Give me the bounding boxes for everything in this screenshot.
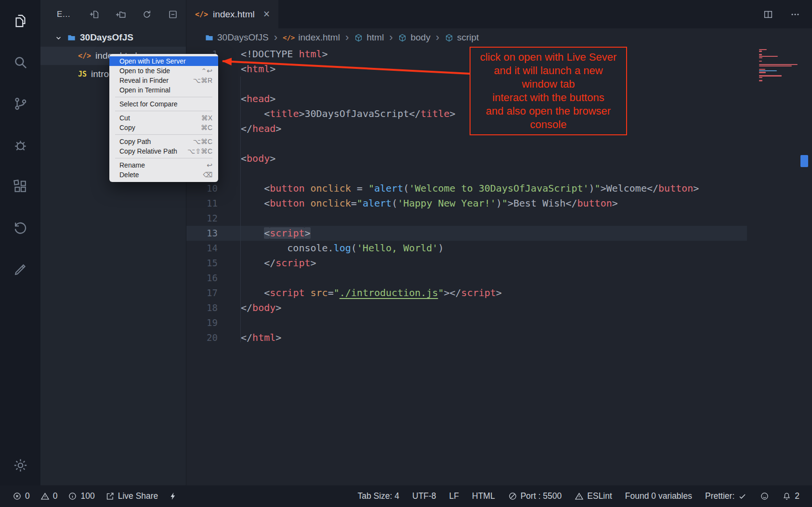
status-live-share[interactable]: Live Share <box>105 491 158 501</box>
menu-item-copy[interactable]: Copy⌘C <box>109 123 218 132</box>
status-port-5500[interactable]: Port : 5500 <box>508 491 562 501</box>
warning-icon <box>575 492 584 501</box>
more-actions-icon[interactable] <box>790 9 800 20</box>
breadcrumb: 30DaysOfJS›</>index.html›html›body›scrip… <box>186 28 812 47</box>
html-file-icon: </> <box>195 10 208 19</box>
code-line-18[interactable]: 18</body> <box>186 300 747 315</box>
status-2[interactable]: 2 <box>782 491 799 501</box>
status-0[interactable]: 0 <box>40 491 58 501</box>
bolt-icon <box>169 492 178 501</box>
status-utf-8[interactable]: UTF-8 <box>412 491 436 501</box>
code-line-3[interactable]: 3 <box>186 77 747 91</box>
status-prettier[interactable]: Prettier: <box>705 491 747 501</box>
status-eslint[interactable]: ESLint <box>575 491 612 501</box>
tab-index-html[interactable]: </> index.html × <box>186 0 278 28</box>
line-number: 14 <box>186 241 218 256</box>
line-number: 20 <box>186 330 218 345</box>
editor-actions <box>763 0 800 28</box>
chevron-right-icon: › <box>345 31 349 44</box>
menu-item-copy-relative-path[interactable]: Copy Relative Path⌥⇧⌘C <box>109 146 218 156</box>
code-line-14[interactable]: 14 console.log('Hello, World') <box>186 241 747 256</box>
extensions-icon[interactable] <box>11 177 30 196</box>
code-line-17[interactable]: 17 <script src="./introduction.js"></scr… <box>186 286 747 300</box>
annotation-line: window tab <box>472 78 624 91</box>
status-0[interactable]: 0 <box>13 491 30 501</box>
code-line-12[interactable]: 12 <box>186 211 747 226</box>
tab-bar: </> index.html × <box>186 0 812 28</box>
menu-shortcut: ⌥⌘R <box>193 77 212 84</box>
split-editor-icon[interactable] <box>763 9 773 20</box>
status-100[interactable]: 100 <box>68 491 94 501</box>
menu-item-open-with-live-server[interactable]: Open with Live Server <box>109 56 218 66</box>
code-line-5[interactable]: 5 <title>30DaysOfJavaScript</title> <box>186 106 747 121</box>
status-bolt-icon[interactable] <box>169 492 178 501</box>
error-icon <box>13 492 22 501</box>
refresh-icon[interactable] <box>142 9 152 20</box>
status-tab-size-4[interactable]: Tab Size: 4 <box>357 491 399 501</box>
menu-separator <box>115 97 212 97</box>
code-line-15[interactable]: 15 </script> <box>186 256 747 271</box>
status-bar: 00100Live ShareTab Size: 4UTF-8LFHTMLPor… <box>0 485 812 507</box>
minimap[interactable] <box>759 49 799 81</box>
line-number: 19 <box>186 315 218 330</box>
close-tab-icon[interactable]: × <box>263 8 270 21</box>
folder-icon <box>67 33 76 42</box>
status-lf[interactable]: LF <box>449 491 459 501</box>
run-debug-icon[interactable] <box>11 135 30 155</box>
status-smiley-icon[interactable] <box>760 492 769 501</box>
menu-shortcut: ⌫ <box>203 171 212 179</box>
settings-gear-icon[interactable] <box>11 455 30 475</box>
js-file-icon: JS <box>78 70 87 78</box>
explorer-actions <box>90 9 178 20</box>
breadcrumb-30daysofjs[interactable]: 30DaysOfJS <box>205 32 269 43</box>
code-line-2[interactable]: 2<html> <box>186 62 747 77</box>
menu-item-select-for-compare[interactable]: Select for Compare <box>109 99 218 109</box>
code-line-8[interactable]: 8<body> <box>186 151 747 166</box>
symbol-cube-icon <box>398 33 407 42</box>
line-number: 16 <box>186 271 218 286</box>
menu-item-reveal-in-finder[interactable]: Reveal in Finder⌥⌘R <box>109 76 218 85</box>
code-line-9[interactable]: 9 <box>186 166 747 181</box>
code-line-6[interactable]: 6</head> <box>186 121 747 136</box>
breadcrumb-html[interactable]: html <box>354 32 384 43</box>
new-folder-icon[interactable] <box>116 9 126 20</box>
pen-icon[interactable] <box>11 260 30 279</box>
history-icon[interactable] <box>11 218 30 237</box>
breadcrumb-script[interactable]: script <box>445 32 479 43</box>
status-found-0-variables[interactable]: Found 0 variables <box>625 491 692 501</box>
breadcrumb-body[interactable]: body <box>398 32 430 43</box>
menu-item-open-to-the-side[interactable]: Open to the Side⌃↩ <box>109 66 218 76</box>
line-number: 11 <box>186 196 218 211</box>
menu-item-rename[interactable]: Rename↩ <box>109 160 218 170</box>
menu-item-delete[interactable]: Delete⌫ <box>109 170 218 180</box>
code-line-19[interactable]: 19 <box>186 315 747 330</box>
code-line-11[interactable]: 11 <button onclick="alert('Happy New Yea… <box>186 196 747 211</box>
code-line-13[interactable]: 13 <script> <box>186 226 747 241</box>
code-line-20[interactable]: 20</html> <box>186 330 747 345</box>
warning-icon <box>40 492 50 501</box>
files-icon[interactable] <box>11 11 30 30</box>
annotation-line: interact with the buttons <box>472 91 624 104</box>
code-line-4[interactable]: 4<head> <box>186 91 747 106</box>
search-icon[interactable] <box>11 52 30 72</box>
code-line-10[interactable]: 10 <button onclick = "alert('Welcome to … <box>186 181 747 196</box>
menu-item-open-in-terminal[interactable]: Open in Terminal <box>109 85 218 95</box>
collapse-all-icon[interactable] <box>168 9 178 20</box>
menu-shortcut: ⌥⌘C <box>193 138 212 145</box>
breadcrumb-index-html[interactable]: </>index.html <box>283 32 340 43</box>
new-file-icon[interactable] <box>90 9 100 20</box>
annotation-line: and it will launch a new <box>472 64 624 78</box>
menu-separator <box>115 158 212 158</box>
menu-item-copy-path[interactable]: Copy Path⌥⌘C <box>109 137 218 146</box>
annotation-line: console <box>472 118 624 131</box>
tree-root-folder[interactable]: 30DaysOfJS <box>40 28 186 47</box>
context-menu: Open with Live ServerOpen to the Side⌃↩R… <box>109 54 218 182</box>
code-line-16[interactable]: 16 <box>186 271 747 286</box>
code-line-1[interactable]: 1<!DOCTYPE html> <box>186 47 747 62</box>
status-html[interactable]: HTML <box>472 491 495 501</box>
line-number: 12 <box>186 211 218 226</box>
root-folder-label: 30DaysOfJS <box>80 32 133 43</box>
source-control-icon[interactable] <box>11 94 30 113</box>
code-line-7[interactable]: 7 <box>186 136 747 151</box>
menu-item-cut[interactable]: Cut⌘X <box>109 113 218 123</box>
